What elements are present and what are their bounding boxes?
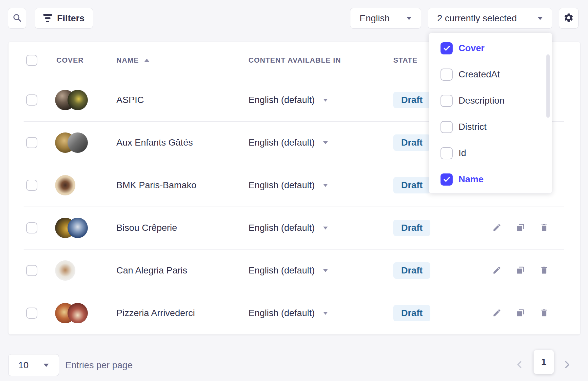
column-header-content-available-in: CONTENT AVAILABLE IN [248, 56, 341, 65]
duplicate-button[interactable] [516, 223, 525, 232]
cover-avatar [55, 260, 75, 281]
column-option-label: Id [459, 148, 466, 158]
locale-select-value: English [360, 13, 390, 24]
column-option-label: Description [459, 95, 504, 106]
column-option[interactable]: District [429, 114, 552, 140]
filters-button[interactable]: Filters [35, 8, 93, 29]
column-header-state: STATE [393, 56, 418, 65]
delete-button[interactable] [539, 309, 549, 318]
settings-button[interactable] [559, 8, 578, 29]
duplicate-icon [516, 308, 525, 318]
row-locale-value: English (default) [248, 137, 315, 148]
status-badge: Draft [393, 262, 430, 279]
row-locale-select[interactable]: English (default) [248, 137, 393, 148]
entries-per-page-label: Entries per page [65, 354, 132, 376]
status-badge: Draft [393, 92, 430, 108]
row-locale-select[interactable]: English (default) [248, 308, 393, 318]
row-locale-value: English (default) [248, 95, 315, 105]
edit-button[interactable] [492, 223, 501, 232]
column-option-checkbox[interactable] [441, 69, 453, 81]
restaurant-name: Pizzeria Arrivederci [116, 308, 195, 318]
sort-ascending-icon [144, 59, 149, 62]
row-checkbox[interactable] [26, 265, 37, 276]
cover-avatar [68, 90, 88, 110]
row-checkbox[interactable] [26, 180, 37, 191]
column-option-label: District [459, 122, 487, 132]
chevron-down-icon [406, 17, 412, 20]
next-page-button[interactable] [560, 356, 574, 374]
row-checkbox[interactable] [26, 222, 37, 233]
search-button[interactable] [8, 8, 26, 29]
chevron-down-icon [323, 227, 328, 230]
status-badge: Draft [393, 177, 430, 193]
row-locale-select[interactable]: English (default) [248, 223, 393, 233]
column-option[interactable]: CreatedAt [429, 61, 552, 88]
row-checkbox[interactable] [26, 94, 37, 106]
column-option-checkbox[interactable] [441, 95, 453, 107]
row-locale-select[interactable]: English (default) [248, 265, 393, 276]
table-row: Can Alegria ParisEnglish (default)Draft [9, 249, 580, 292]
column-option-checkbox[interactable] [441, 121, 453, 133]
edit-button[interactable] [492, 266, 501, 275]
filter-icon [43, 14, 52, 22]
previous-page-button[interactable] [513, 356, 526, 374]
row-checkbox[interactable] [26, 308, 37, 319]
edit-icon [492, 266, 501, 276]
filters-button-label: Filters [57, 13, 85, 24]
columns-select[interactable]: 2 currently selected [428, 8, 552, 29]
status-badge: Draft [393, 220, 430, 236]
page-size-value: 10 [18, 360, 29, 371]
chevron-down-icon [323, 312, 328, 315]
column-option[interactable]: Id [429, 140, 552, 166]
duplicate-icon [516, 223, 525, 233]
column-option[interactable]: Name [429, 166, 552, 192]
status-badge: Draft [393, 134, 430, 151]
chevron-down-icon [323, 184, 328, 187]
status-badge: Draft [393, 305, 430, 321]
column-option-label: CreatedAt [459, 69, 500, 80]
chevron-right-icon [562, 360, 572, 371]
duplicate-button[interactable] [516, 266, 525, 275]
row-locale-select[interactable]: English (default) [248, 95, 393, 105]
column-header-cover: COVER [56, 56, 84, 65]
page: Filters English 2 currently selected COV… [0, 0, 588, 381]
columns-select-value: 2 currently selected [437, 13, 517, 24]
row-locale-value: English (default) [248, 180, 315, 190]
edit-button[interactable] [492, 309, 501, 318]
delete-icon [539, 266, 549, 276]
row-locale-value: English (default) [248, 308, 315, 318]
edit-icon [492, 308, 501, 318]
page-number-button[interactable]: 1 [534, 350, 554, 374]
duplicate-button[interactable] [516, 309, 525, 318]
chevron-down-icon [323, 269, 328, 272]
duplicate-icon [516, 266, 525, 276]
row-locale-select[interactable]: English (default) [248, 180, 393, 190]
restaurant-name: Aux Enfants Gâtés [116, 137, 193, 148]
column-option-label: Name [459, 174, 483, 185]
locale-select[interactable]: English [350, 8, 421, 29]
delete-button[interactable] [539, 266, 549, 275]
columns-dropdown-panel: CoverCreatedAtDescriptionDistrictIdName [429, 33, 552, 193]
edit-icon [492, 223, 501, 233]
column-option-label: Cover [459, 43, 484, 53]
table-row: Pizzeria ArrivederciEnglish (default)Dra… [9, 292, 580, 334]
column-option-checkbox[interactable] [441, 173, 453, 186]
column-option[interactable]: Cover [429, 35, 552, 61]
column-header-name-sort[interactable]: NAME [116, 56, 149, 65]
column-option-checkbox[interactable] [441, 147, 453, 159]
delete-icon [539, 223, 549, 233]
delete-icon [539, 308, 549, 318]
row-checkbox[interactable] [26, 137, 37, 148]
dropdown-scrollbar[interactable] [546, 54, 550, 118]
table-row: Bisou CrêperieEnglish (default)Draft [9, 207, 580, 249]
cover-avatar [68, 218, 88, 238]
delete-button[interactable] [539, 223, 549, 232]
column-option-checkbox[interactable] [441, 42, 453, 54]
page-size-select[interactable]: 10 [8, 354, 59, 376]
chevron-down-icon [538, 17, 543, 20]
column-option[interactable]: Description [429, 88, 552, 114]
chevron-down-icon [44, 364, 49, 367]
select-all-checkbox[interactable] [26, 55, 37, 66]
row-locale-value: English (default) [248, 223, 315, 233]
chevron-left-icon [515, 360, 524, 371]
